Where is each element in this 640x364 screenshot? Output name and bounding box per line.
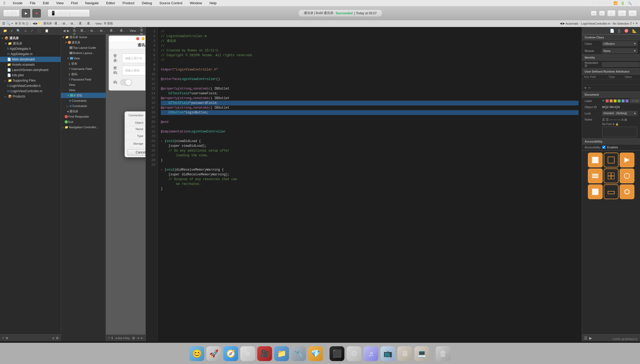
scene-item-bottomlayout[interactable]: ▷ Bottom Layout...: [61, 50, 106, 56]
menu-view[interactable]: View: [55, 0, 65, 6]
username-field[interactable]: 请输入用户名: [122, 54, 145, 63]
menu-find[interactable]: Find: [69, 0, 79, 6]
udt-remove-btn[interactable]: −: [588, 86, 590, 90]
fmt-fontsize-icon[interactable]: A: [621, 118, 624, 122]
pause-button[interactable]: ⏸ 暂停: [3, 10, 20, 17]
code-content[interactable]: // // LoginViewController.m // 通讯录 // //…: [158, 27, 582, 341]
dock-prefs[interactable]: ⚙: [346, 346, 361, 361]
notes-textarea[interactable]: [602, 127, 637, 137]
udt-add-btn[interactable]: +: [584, 86, 586, 90]
label-x-icon[interactable]: ✕: [602, 99, 605, 103]
group-supporting[interactable]: ▷ 📁 Supporting Files: [0, 78, 61, 83]
fmt-link-icon[interactable]: ⊞: [624, 118, 627, 122]
scene-item-login-btn[interactable]: ▼ B 登陆: [61, 93, 106, 98]
search-menubar-icon[interactable]: 🔍: [628, 1, 632, 5]
scene-item-toplayout[interactable]: ▷ Top Layout Guide: [61, 45, 106, 50]
dock-rocket[interactable]: 🚀: [206, 346, 221, 361]
scene-item-constraint2[interactable]: ▷ ⊕ Constraints: [61, 103, 106, 109]
apple-menu[interactable]: : [2, 0, 7, 6]
canvas-zoom-btn[interactable]: ⊞: [132, 336, 135, 340]
icon-btn-6[interactable]: [620, 168, 634, 183]
back-btn[interactable]: ◀: [33, 22, 35, 25]
file-main-storyboard[interactable]: 📄 Main.storyboard: [0, 57, 61, 62]
indent-icon[interactable]: ⇆: [22, 22, 25, 25]
file-loginvc-m[interactable]: m LoginViewController.m: [0, 88, 61, 94]
breadcrumb-item6[interactable]: 通…: [87, 21, 93, 25]
scene-item-label-vc[interactable]: ◀ 通讯录: [61, 109, 106, 114]
sb-breadcrumb-4[interactable]: M…: [100, 29, 105, 32]
swatch-yellow[interactable]: [614, 99, 617, 103]
editor-nav-back[interactable]: ◀: [560, 22, 562, 25]
scene-item-label-pwd[interactable]: L 密码:: [61, 72, 106, 77]
fmt-icon-1[interactable]: ☰: [602, 118, 605, 122]
menu-debug[interactable]: Debug: [140, 0, 153, 6]
scene-item-password[interactable]: F Password Field: [61, 77, 106, 82]
fmt-icon-2[interactable]: ☰: [606, 118, 609, 122]
breadcrumb-item-view[interactable]: View: [95, 22, 102, 25]
scene-item-constraint1[interactable]: ⊕ Constraints: [61, 98, 106, 103]
file-launchscreen[interactable]: 📄 LaunchScreen.storyboard: [0, 67, 61, 73]
file-appdelegate-m[interactable]: m AppDelegate.m: [0, 51, 61, 57]
fmt-icon-4[interactable]: —: [614, 118, 617, 122]
editor-nav-forward[interactable]: ▶: [563, 22, 565, 25]
canvas-info-btn[interactable]: ℹ: [112, 336, 113, 340]
menu-navigate[interactable]: Navigate: [83, 0, 100, 6]
forward-btn[interactable]: ▶: [35, 22, 38, 25]
dock-tools[interactable]: 🔧: [291, 346, 306, 361]
canvas-add-btn[interactable]: +: [108, 336, 110, 340]
sb-breadcrumb-view[interactable]: View: [130, 29, 136, 32]
scene-item-navcontroller[interactable]: ▷ 📁 Navigation Controller...: [61, 125, 106, 130]
icon-btn-9[interactable]: [620, 184, 634, 199]
run-button[interactable]: ▶: [22, 9, 30, 17]
file-assets[interactable]: 📁 Assets.xcassets: [0, 62, 61, 67]
swatch-red[interactable]: [606, 99, 609, 103]
breadcrumb-item4[interactable]: M…: [71, 22, 76, 25]
dock-finder[interactable]: 😊: [189, 346, 204, 361]
dock-trash[interactable]: 🗑: [436, 346, 451, 361]
font-lock-icon[interactable]: 🔒: [615, 123, 619, 126]
canvas-fit-btn[interactable]: ⇥: [136, 336, 139, 340]
toggle-switch[interactable]: [120, 79, 132, 86]
nav2-icon[interactable]: ◫: [26, 22, 28, 25]
sidebar-folder-icon[interactable]: 📁: [2, 28, 8, 33]
menu-xcode[interactable]: Xcode: [11, 0, 24, 6]
file-loginvc-h[interactable]: h LoginViewController.h: [0, 83, 61, 88]
menu-file[interactable]: File: [28, 0, 37, 6]
dock-terminal[interactable]: ⬛: [330, 346, 344, 361]
inspector-btn-3[interactable]: 🎯: [623, 28, 630, 33]
inspector-btn-2[interactable]: {}: [617, 28, 621, 33]
scheme-selector[interactable]: 📱 通讯录 | iPhone 6s: [48, 9, 90, 17]
menu-help[interactable]: Help: [208, 0, 218, 6]
breadcrumb-item-b[interactable]: B 登陆: [104, 21, 113, 25]
dock-safari[interactable]: 🧭: [223, 346, 238, 361]
storyboard-canvas[interactable]: 通讯录 登录: 请输入用户名 密码: 请输入密: [106, 34, 145, 341]
right-nav-back[interactable]: ☰: [584, 336, 588, 340]
nav-right-btn[interactable]: ▶: [599, 11, 605, 16]
history-btn[interactable]: ⧖: [52, 336, 54, 340]
inspector-btn-4[interactable]: 📐: [631, 28, 638, 33]
sb-breadcrumb-2[interactable]: 通…: [80, 29, 86, 33]
file-appdelegate-h[interactable]: h AppDelegate.h: [0, 46, 61, 51]
password-field[interactable]: 请输入密码: [122, 66, 145, 75]
breadcrumb-item2[interactable]: 通…: [54, 21, 60, 25]
sidebar-test-icon[interactable]: ✓: [30, 28, 34, 33]
menu-source-control[interactable]: Source Control: [158, 0, 184, 6]
sidebar-toggle-icon[interactable]: ☰: [2, 21, 5, 25]
inspector-btn-1[interactable]: 📄: [609, 28, 615, 33]
fmt-icon-3[interactable]: —: [610, 118, 613, 122]
add-icon[interactable]: +: [11, 21, 13, 25]
minimize-dot[interactable]: [141, 37, 145, 40]
lock-select[interactable]: Inherited - (Nothing) ▼: [602, 111, 637, 116]
scene-item-view3[interactable]: View: [61, 87, 106, 93]
scene-item-exit[interactable]: Exit: [61, 119, 106, 125]
dock-folder[interactable]: 📁: [274, 346, 289, 361]
sidebar-vcs-icon[interactable]: ⑇: [10, 28, 14, 33]
dock-monitor2[interactable]: 🖥: [397, 346, 412, 361]
stop-button[interactable]: ■: [32, 9, 41, 17]
file-infoplist[interactable]: 📄 Info.plist: [0, 73, 61, 78]
swatch-blue[interactable]: [621, 99, 625, 103]
layout-btn2[interactable]: ⊟: [618, 10, 626, 16]
editor-breadcrumb-selection[interactable]: No Selection: [613, 22, 629, 25]
restoration-id-input[interactable]: [602, 62, 639, 67]
icon-btn-3[interactable]: [620, 153, 634, 167]
